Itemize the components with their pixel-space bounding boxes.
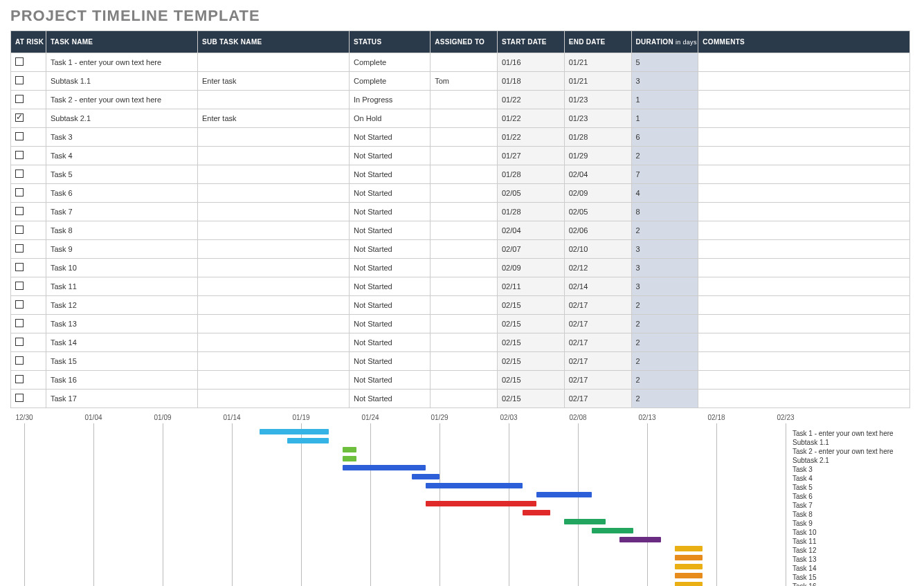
status-cell[interactable]: Not Started bbox=[350, 315, 431, 333]
risk-cell[interactable] bbox=[11, 128, 46, 147]
task-name-cell[interactable]: Task 6 bbox=[46, 184, 197, 203]
status-cell[interactable]: Not Started bbox=[350, 240, 431, 259]
task-name-cell[interactable]: Task 17 bbox=[46, 390, 197, 408]
risk-cell[interactable] bbox=[11, 277, 46, 296]
risk-checkbox[interactable] bbox=[15, 95, 24, 103]
comments-cell[interactable] bbox=[698, 352, 910, 371]
status-cell[interactable]: Not Started bbox=[350, 184, 431, 203]
subtask-name-cell[interactable] bbox=[197, 221, 349, 240]
assigned-cell[interactable] bbox=[431, 240, 498, 259]
comments-cell[interactable] bbox=[698, 165, 910, 184]
risk-cell[interactable] bbox=[11, 109, 46, 128]
end-date-cell[interactable]: 02/17 bbox=[564, 352, 631, 371]
status-cell[interactable]: Not Started bbox=[350, 259, 431, 277]
risk-cell[interactable] bbox=[11, 259, 46, 277]
task-name-cell[interactable]: Task 16 bbox=[46, 371, 197, 390]
start-date-cell[interactable]: 02/07 bbox=[497, 240, 564, 259]
risk-checkbox[interactable] bbox=[15, 375, 24, 383]
status-cell[interactable]: Not Started bbox=[350, 277, 431, 296]
status-cell[interactable]: Not Started bbox=[350, 165, 431, 184]
start-date-cell[interactable]: 02/15 bbox=[497, 333, 564, 352]
assigned-cell[interactable] bbox=[431, 371, 498, 390]
end-date-cell[interactable]: 01/21 bbox=[564, 72, 631, 91]
subtask-name-cell[interactable]: Enter task bbox=[197, 72, 349, 91]
end-date-cell[interactable]: 02/12 bbox=[564, 259, 631, 277]
risk-checkbox[interactable] bbox=[15, 170, 24, 178]
risk-cell[interactable] bbox=[11, 203, 46, 221]
status-cell[interactable]: Not Started bbox=[350, 221, 431, 240]
end-date-cell[interactable]: 01/23 bbox=[564, 91, 631, 109]
subtask-name-cell[interactable] bbox=[197, 165, 349, 184]
start-date-cell[interactable]: 01/28 bbox=[497, 203, 564, 221]
end-date-cell[interactable]: 02/05 bbox=[564, 203, 631, 221]
assigned-cell[interactable] bbox=[431, 203, 498, 221]
risk-checkbox[interactable] bbox=[15, 263, 24, 271]
task-name-cell[interactable]: Task 1 - enter your own text here bbox=[46, 53, 197, 72]
end-date-cell[interactable]: 02/14 bbox=[564, 277, 631, 296]
start-date-cell[interactable]: 01/16 bbox=[497, 53, 564, 72]
assigned-cell[interactable] bbox=[431, 277, 498, 296]
end-date-cell[interactable]: 01/23 bbox=[564, 109, 631, 128]
assigned-cell[interactable] bbox=[431, 147, 498, 165]
start-date-cell[interactable]: 01/28 bbox=[497, 165, 564, 184]
assigned-cell[interactable] bbox=[431, 184, 498, 203]
comments-cell[interactable] bbox=[698, 390, 910, 408]
risk-cell[interactable] bbox=[11, 91, 46, 109]
risk-cell[interactable] bbox=[11, 72, 46, 91]
comments-cell[interactable] bbox=[698, 259, 910, 277]
status-cell[interactable]: Not Started bbox=[350, 128, 431, 147]
subtask-name-cell[interactable] bbox=[197, 147, 349, 165]
comments-cell[interactable] bbox=[698, 91, 910, 109]
status-cell[interactable]: On Hold bbox=[350, 109, 431, 128]
risk-cell[interactable] bbox=[11, 296, 46, 315]
risk-checkbox[interactable] bbox=[15, 356, 24, 365]
end-date-cell[interactable]: 02/06 bbox=[564, 221, 631, 240]
risk-cell[interactable] bbox=[11, 53, 46, 72]
start-date-cell[interactable]: 02/11 bbox=[497, 277, 564, 296]
risk-checkbox[interactable] bbox=[15, 188, 24, 196]
comments-cell[interactable] bbox=[698, 109, 910, 128]
start-date-cell[interactable]: 01/27 bbox=[497, 147, 564, 165]
assigned-cell[interactable] bbox=[431, 352, 498, 371]
comments-cell[interactable] bbox=[698, 72, 910, 91]
risk-cell[interactable] bbox=[11, 165, 46, 184]
comments-cell[interactable] bbox=[698, 371, 910, 390]
subtask-name-cell[interactable] bbox=[197, 390, 349, 408]
comments-cell[interactable] bbox=[698, 128, 910, 147]
status-cell[interactable]: Not Started bbox=[350, 147, 431, 165]
task-name-cell[interactable]: Task 5 bbox=[46, 165, 197, 184]
subtask-name-cell[interactable]: Enter task bbox=[197, 109, 349, 128]
status-cell[interactable]: Not Started bbox=[350, 333, 431, 352]
task-name-cell[interactable]: Task 15 bbox=[46, 352, 197, 371]
subtask-name-cell[interactable] bbox=[197, 91, 349, 109]
risk-checkbox[interactable] bbox=[15, 244, 24, 253]
task-name-cell[interactable]: Task 3 bbox=[46, 128, 197, 147]
end-date-cell[interactable]: 01/21 bbox=[564, 53, 631, 72]
end-date-cell[interactable]: 02/17 bbox=[564, 371, 631, 390]
task-name-cell[interactable]: Task 8 bbox=[46, 221, 197, 240]
task-name-cell[interactable]: Task 10 bbox=[46, 259, 197, 277]
end-date-cell[interactable]: 02/09 bbox=[564, 184, 631, 203]
assigned-cell[interactable] bbox=[431, 109, 498, 128]
status-cell[interactable]: Not Started bbox=[350, 203, 431, 221]
comments-cell[interactable] bbox=[698, 240, 910, 259]
assigned-cell[interactable] bbox=[431, 91, 498, 109]
risk-checkbox[interactable] bbox=[15, 282, 24, 290]
start-date-cell[interactable]: 01/22 bbox=[497, 109, 564, 128]
status-cell[interactable]: Not Started bbox=[350, 390, 431, 408]
comments-cell[interactable] bbox=[698, 184, 910, 203]
subtask-name-cell[interactable] bbox=[197, 184, 349, 203]
status-cell[interactable]: Complete bbox=[350, 72, 431, 91]
status-cell[interactable]: Not Started bbox=[350, 371, 431, 390]
risk-checkbox[interactable] bbox=[15, 207, 24, 215]
assigned-cell[interactable] bbox=[431, 165, 498, 184]
task-name-cell[interactable]: Subtask 1.1 bbox=[46, 72, 197, 91]
task-name-cell[interactable]: Task 14 bbox=[46, 333, 197, 352]
assigned-cell[interactable] bbox=[431, 128, 498, 147]
end-date-cell[interactable]: 01/29 bbox=[564, 147, 631, 165]
start-date-cell[interactable]: 02/04 bbox=[497, 221, 564, 240]
subtask-name-cell[interactable] bbox=[197, 333, 349, 352]
end-date-cell[interactable]: 02/10 bbox=[564, 240, 631, 259]
risk-checkbox[interactable] bbox=[15, 57, 24, 66]
subtask-name-cell[interactable] bbox=[197, 277, 349, 296]
